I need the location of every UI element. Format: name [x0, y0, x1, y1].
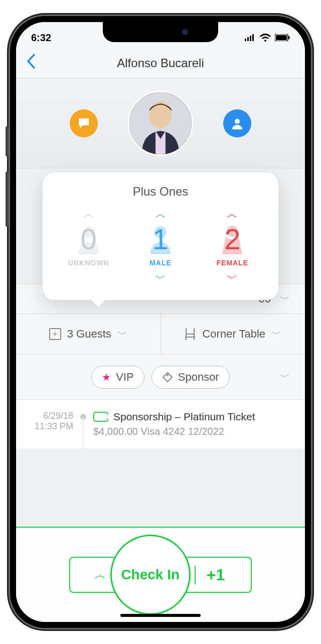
back-button[interactable] [26, 53, 35, 73]
svg-rect-3 [252, 34, 254, 41]
guests-label: 3 Guests [67, 328, 111, 341]
signal-icon [245, 34, 256, 41]
checkin-bar: ︿ Check In +1 [16, 527, 305, 622]
star-icon: ★ [102, 371, 111, 383]
table-selector[interactable]: Corner Table ﹀ [161, 314, 305, 354]
guests-selector[interactable]: + 3 Guests ﹀ [16, 314, 161, 354]
male-label: MALE [149, 259, 172, 267]
chevron-down-icon[interactable]: ﹀ [153, 271, 168, 286]
male-value: 1 [152, 225, 169, 254]
svg-point-8 [149, 101, 172, 128]
vip-tag[interactable]: ★ VIP [91, 366, 144, 389]
checkin-control: ︿ Check In +1 [69, 557, 252, 593]
unknown-stepper: ︿ 0 UNKNOWN [53, 207, 124, 286]
chevron-down-icon[interactable]: ﹀ [225, 271, 240, 286]
status-time: 6:32 [31, 32, 51, 44]
table-label: Corner Table [202, 328, 265, 341]
svg-rect-0 [245, 39, 246, 41]
svg-rect-5 [276, 35, 287, 40]
female-value: 2 [224, 225, 240, 254]
male-stepper: ︿ 1 MALE ﹀ [125, 207, 196, 286]
comment-button[interactable] [70, 109, 98, 137]
chevron-down-icon: ﹀ [271, 328, 281, 341]
battery-icon [275, 34, 290, 41]
nav-bar: Alfonso Bucareli [16, 48, 305, 78]
tag-icon [162, 372, 173, 383]
home-indicator[interactable] [120, 614, 201, 617]
ticket-row[interactable]: 6/29/18 11:33 PM Sponsorship – Platinum … [16, 400, 305, 448]
plus-ones-popover: Plus Ones ︿ 0 UNKNOWN ︿ 1 MALE [43, 173, 278, 300]
status-icons [245, 34, 290, 42]
vip-label: VIP [116, 371, 133, 384]
screen: 6:32 Alfonso Bucareli [16, 22, 305, 622]
chevron-up-icon[interactable]: ︿ [225, 207, 240, 222]
wifi-icon [260, 34, 271, 42]
chevron-left-icon [26, 54, 35, 69]
avatar[interactable] [128, 91, 193, 156]
checkin-plus-one-button[interactable]: +1 [195, 566, 236, 584]
ticket-subtitle: $4,000.00 Visa 4242 12/2022 [93, 426, 293, 437]
female-label: FEMALE [217, 259, 249, 267]
avatar-image [129, 92, 192, 154]
chevron-up-icon[interactable]: ︿ [81, 207, 96, 222]
timeline-line [83, 418, 84, 458]
chevron-down-icon[interactable]: ﹀ [280, 370, 290, 384]
svg-rect-1 [247, 37, 249, 41]
svg-rect-2 [250, 36, 251, 41]
svg-point-13 [167, 374, 169, 376]
page-title: Alfonso Bucareli [16, 56, 305, 70]
ticket-title: Sponsorship – Platinum Ticket [113, 411, 255, 423]
female-stepper: ︿ 2 FEMALE ﹀ [197, 207, 268, 286]
chair-icon [184, 327, 196, 341]
unknown-label: UNKNOWN [68, 259, 109, 267]
sponsor-tag[interactable]: Sponsor [151, 366, 230, 389]
unknown-value: 0 [81, 225, 97, 254]
hero-section [16, 78, 305, 169]
person-icon [230, 116, 244, 130]
profile-button[interactable] [223, 109, 251, 137]
popover-title: Plus Ones [53, 185, 268, 199]
svg-rect-6 [288, 36, 290, 39]
sponsor-label: Sponsor [178, 371, 219, 384]
checkin-button[interactable]: Check In [110, 535, 191, 615]
tags-row: ★ VIP Sponsor ﹀ [16, 355, 305, 400]
notch [103, 22, 218, 42]
ticket-icon [93, 412, 108, 422]
svg-point-9 [235, 119, 240, 124]
chevron-down-icon: ﹀ [280, 292, 290, 306]
phone-frame: 6:32 Alfonso Bucareli [10, 16, 311, 628]
chevron-down-icon: ﹀ [117, 328, 127, 341]
speech-bubble-icon [77, 116, 91, 130]
ticket-timestamp: 6/29/18 11:33 PM [28, 411, 73, 432]
plus-box-icon: + [49, 328, 61, 340]
chevron-up-icon[interactable]: ︿ [153, 207, 168, 222]
